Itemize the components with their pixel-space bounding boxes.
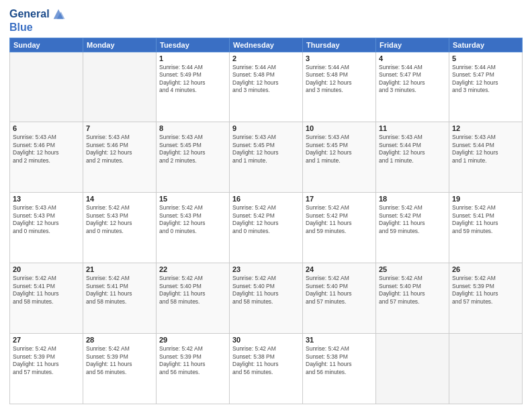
calendar-cell: 24Sunrise: 5:42 AM Sunset: 5:40 PM Dayli… xyxy=(303,263,376,334)
week-row-3: 13Sunrise: 5:43 AM Sunset: 5:43 PM Dayli… xyxy=(10,193,523,263)
calendar-cell: 6Sunrise: 5:43 AM Sunset: 5:46 PM Daylig… xyxy=(10,122,83,193)
calendar-cell: 11Sunrise: 5:43 AM Sunset: 5:44 PM Dayli… xyxy=(376,122,449,193)
day-info: Sunrise: 5:42 AM Sunset: 5:40 PM Dayligh… xyxy=(232,275,300,306)
day-header-monday: Monday xyxy=(83,38,157,52)
day-info: Sunrise: 5:42 AM Sunset: 5:43 PM Dayligh… xyxy=(159,204,226,235)
day-number: 5 xyxy=(452,54,519,62)
day-info: Sunrise: 5:44 AM Sunset: 5:49 PM Dayligh… xyxy=(159,64,226,95)
calendar-cell xyxy=(376,334,449,404)
day-number: 3 xyxy=(306,54,373,62)
day-number: 31 xyxy=(306,336,373,344)
calendar-cell: 27Sunrise: 5:42 AM Sunset: 5:39 PM Dayli… xyxy=(10,334,83,404)
day-number: 9 xyxy=(232,124,300,132)
day-header-tuesday: Tuesday xyxy=(157,38,230,52)
header: General Blue xyxy=(9,7,523,34)
day-info: Sunrise: 5:43 AM Sunset: 5:44 PM Dayligh… xyxy=(452,134,519,165)
calendar-cell: 31Sunrise: 5:42 AM Sunset: 5:38 PM Dayli… xyxy=(303,334,376,404)
day-header-row: SundayMondayTuesdayWednesdayThursdayFrid… xyxy=(10,38,523,52)
page: General Blue SundayMondayTuesdayWednesda… xyxy=(0,0,532,411)
day-number: 18 xyxy=(379,195,446,203)
day-header-saturday: Saturday xyxy=(449,38,523,52)
calendar-cell: 20Sunrise: 5:42 AM Sunset: 5:41 PM Dayli… xyxy=(10,263,83,334)
calendar-cell: 21Sunrise: 5:42 AM Sunset: 5:41 PM Dayli… xyxy=(83,263,157,334)
day-number: 16 xyxy=(232,195,300,203)
day-number: 20 xyxy=(13,265,80,273)
day-info: Sunrise: 5:42 AM Sunset: 5:39 PM Dayligh… xyxy=(452,275,519,306)
day-number: 7 xyxy=(86,124,153,132)
logo-icon xyxy=(51,7,66,21)
calendar-cell: 17Sunrise: 5:42 AM Sunset: 5:42 PM Dayli… xyxy=(303,193,376,263)
day-number: 30 xyxy=(232,336,300,344)
day-number: 22 xyxy=(159,265,226,273)
calendar-cell: 14Sunrise: 5:42 AM Sunset: 5:43 PM Dayli… xyxy=(83,193,157,263)
day-info: Sunrise: 5:42 AM Sunset: 5:43 PM Dayligh… xyxy=(86,204,153,235)
day-info: Sunrise: 5:43 AM Sunset: 5:45 PM Dayligh… xyxy=(306,134,373,165)
day-number: 25 xyxy=(379,265,446,273)
week-row-2: 6Sunrise: 5:43 AM Sunset: 5:46 PM Daylig… xyxy=(10,122,523,193)
day-info: Sunrise: 5:42 AM Sunset: 5:41 PM Dayligh… xyxy=(13,275,80,306)
calendar-cell: 1Sunrise: 5:44 AM Sunset: 5:49 PM Daylig… xyxy=(157,52,230,122)
day-header-wednesday: Wednesday xyxy=(230,38,303,52)
day-info: Sunrise: 5:42 AM Sunset: 5:38 PM Dayligh… xyxy=(306,345,373,376)
calendar-cell: 8Sunrise: 5:43 AM Sunset: 5:45 PM Daylig… xyxy=(157,122,230,193)
week-row-1: 1Sunrise: 5:44 AM Sunset: 5:49 PM Daylig… xyxy=(10,52,523,122)
calendar-cell: 29Sunrise: 5:42 AM Sunset: 5:39 PM Dayli… xyxy=(157,334,230,404)
day-number: 19 xyxy=(452,195,519,203)
calendar-cell: 7Sunrise: 5:43 AM Sunset: 5:46 PM Daylig… xyxy=(83,122,157,193)
day-number: 14 xyxy=(86,195,153,203)
day-number: 27 xyxy=(13,336,80,344)
day-info: Sunrise: 5:42 AM Sunset: 5:39 PM Dayligh… xyxy=(13,345,80,376)
day-number: 15 xyxy=(159,195,226,203)
logo-text: General xyxy=(9,8,50,20)
day-info: Sunrise: 5:42 AM Sunset: 5:42 PM Dayligh… xyxy=(306,204,373,235)
calendar-cell: 4Sunrise: 5:44 AM Sunset: 5:47 PM Daylig… xyxy=(376,52,449,122)
day-info: Sunrise: 5:44 AM Sunset: 5:48 PM Dayligh… xyxy=(306,64,373,95)
day-info: Sunrise: 5:42 AM Sunset: 5:38 PM Dayligh… xyxy=(232,345,300,376)
day-number: 24 xyxy=(306,265,373,273)
day-number: 17 xyxy=(306,195,373,203)
day-info: Sunrise: 5:44 AM Sunset: 5:47 PM Dayligh… xyxy=(379,64,446,95)
day-number: 8 xyxy=(159,124,226,132)
day-info: Sunrise: 5:43 AM Sunset: 5:44 PM Dayligh… xyxy=(379,134,446,165)
week-row-4: 20Sunrise: 5:42 AM Sunset: 5:41 PM Dayli… xyxy=(10,263,523,334)
day-number: 26 xyxy=(452,265,519,273)
logo: General Blue xyxy=(9,7,66,34)
day-number: 23 xyxy=(232,265,300,273)
day-info: Sunrise: 5:44 AM Sunset: 5:48 PM Dayligh… xyxy=(232,64,300,95)
calendar-cell: 28Sunrise: 5:42 AM Sunset: 5:39 PM Dayli… xyxy=(83,334,157,404)
day-number: 10 xyxy=(306,124,373,132)
calendar-cell: 26Sunrise: 5:42 AM Sunset: 5:39 PM Dayli… xyxy=(449,263,523,334)
day-info: Sunrise: 5:42 AM Sunset: 5:41 PM Dayligh… xyxy=(86,275,153,306)
day-number: 6 xyxy=(13,124,80,132)
calendar-cell: 18Sunrise: 5:42 AM Sunset: 5:42 PM Dayli… xyxy=(376,193,449,263)
day-info: Sunrise: 5:44 AM Sunset: 5:47 PM Dayligh… xyxy=(452,64,519,95)
logo-text2: Blue xyxy=(9,21,66,34)
day-number: 12 xyxy=(452,124,519,132)
calendar-cell: 2Sunrise: 5:44 AM Sunset: 5:48 PM Daylig… xyxy=(230,52,303,122)
day-info: Sunrise: 5:42 AM Sunset: 5:40 PM Dayligh… xyxy=(379,275,446,306)
calendar-cell: 22Sunrise: 5:42 AM Sunset: 5:40 PM Dayli… xyxy=(157,263,230,334)
calendar-cell: 30Sunrise: 5:42 AM Sunset: 5:38 PM Dayli… xyxy=(230,334,303,404)
calendar-cell: 9Sunrise: 5:43 AM Sunset: 5:45 PM Daylig… xyxy=(230,122,303,193)
day-info: Sunrise: 5:43 AM Sunset: 5:43 PM Dayligh… xyxy=(13,204,80,235)
day-number: 21 xyxy=(86,265,153,273)
calendar-cell xyxy=(83,52,157,122)
day-header-sunday: Sunday xyxy=(10,38,83,52)
calendar-cell xyxy=(449,334,523,404)
day-info: Sunrise: 5:42 AM Sunset: 5:42 PM Dayligh… xyxy=(379,204,446,235)
calendar-cell: 13Sunrise: 5:43 AM Sunset: 5:43 PM Dayli… xyxy=(10,193,83,263)
day-info: Sunrise: 5:43 AM Sunset: 5:45 PM Dayligh… xyxy=(159,134,226,165)
calendar-cell: 16Sunrise: 5:42 AM Sunset: 5:42 PM Dayli… xyxy=(230,193,303,263)
day-number: 1 xyxy=(159,54,226,62)
calendar-table: SundayMondayTuesdayWednesdayThursdayFrid… xyxy=(9,38,523,404)
day-info: Sunrise: 5:42 AM Sunset: 5:40 PM Dayligh… xyxy=(159,275,226,306)
day-number: 4 xyxy=(379,54,446,62)
day-number: 2 xyxy=(232,54,300,62)
calendar-cell: 10Sunrise: 5:43 AM Sunset: 5:45 PM Dayli… xyxy=(303,122,376,193)
calendar-cell: 5Sunrise: 5:44 AM Sunset: 5:47 PM Daylig… xyxy=(449,52,523,122)
day-info: Sunrise: 5:42 AM Sunset: 5:39 PM Dayligh… xyxy=(86,345,153,376)
week-row-5: 27Sunrise: 5:42 AM Sunset: 5:39 PM Dayli… xyxy=(10,334,523,404)
day-info: Sunrise: 5:43 AM Sunset: 5:45 PM Dayligh… xyxy=(232,134,300,165)
day-number: 29 xyxy=(159,336,226,344)
day-number: 13 xyxy=(13,195,80,203)
